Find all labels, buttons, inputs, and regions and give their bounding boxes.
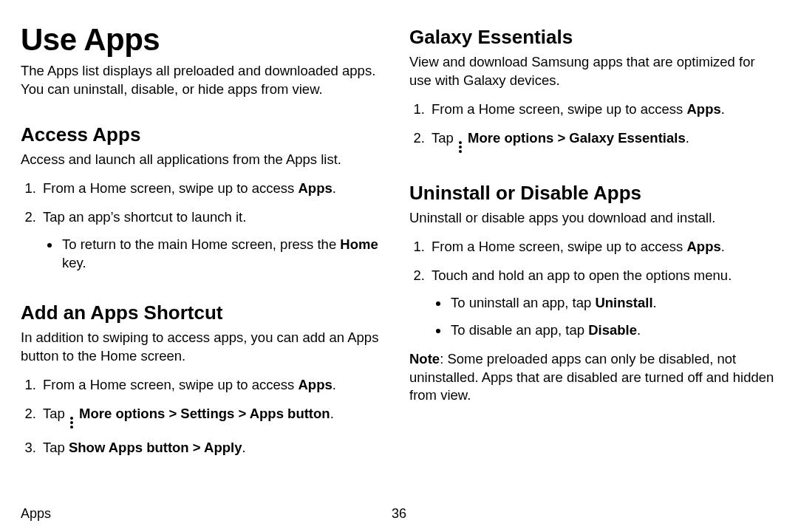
page-title: Use Apps (21, 24, 389, 56)
access-step-2: Tap an app’s shortcut to launch it. To r… (40, 208, 389, 273)
galaxy-steps: From a Home screen, swipe up to access A… (409, 100, 777, 163)
uninstall-step-2: Touch and hold an app to open the option… (429, 267, 777, 340)
uninstall-note: Note: Some preloaded apps can only be di… (409, 350, 777, 406)
access-intro: Access and launch all applications from … (21, 151, 389, 169)
shortcut-step-1: From a Home screen, swipe up to access A… (40, 376, 389, 395)
galaxy-step-2: Tap More options > Galaxy Essentials. (429, 129, 777, 153)
uninstall-step-1: From a Home screen, swipe up to access A… (429, 238, 777, 256)
footer-section-label: Apps (21, 506, 51, 522)
shortcut-steps: From a Home screen, swipe up to access A… (21, 376, 389, 468)
access-substep: To return to the main Home screen, press… (61, 236, 389, 273)
heading-access-apps: Access Apps (21, 124, 389, 146)
uninstall-steps: From a Home screen, swipe up to access A… (409, 238, 777, 350)
access-steps: From a Home screen, swipe up to access A… (21, 180, 389, 283)
heading-add-shortcut: Add an Apps Shortcut (21, 302, 389, 324)
shortcut-step-2: Tap More options > Settings > Apps butto… (40, 405, 389, 429)
galaxy-intro: View and download Samsung apps that are … (409, 53, 777, 90)
heading-uninstall-disable: Uninstall or Disable Apps (409, 183, 777, 205)
uninstall-sub-1: To uninstall an app, tap Uninstall. (449, 294, 777, 313)
shortcut-intro: In addition to swiping to access apps, y… (21, 329, 389, 366)
heading-galaxy-essentials: Galaxy Essentials (409, 27, 777, 49)
footer-page-number: 36 (392, 506, 406, 522)
page-intro: The Apps list displays all preloaded and… (21, 62, 389, 99)
more-options-icon (70, 417, 74, 429)
more-options-icon (459, 141, 463, 153)
uninstall-intro: Uninstall or disable apps you download a… (409, 209, 777, 228)
galaxy-step-1: From a Home screen, swipe up to access A… (429, 100, 777, 119)
access-step-1: From a Home screen, swipe up to access A… (40, 180, 389, 198)
page-footer: Apps 36 (21, 506, 777, 522)
uninstall-sub-2: To disable an app, tap Disable. (449, 321, 777, 340)
shortcut-step-3: Tap Show Apps button > Apply. (40, 439, 389, 457)
